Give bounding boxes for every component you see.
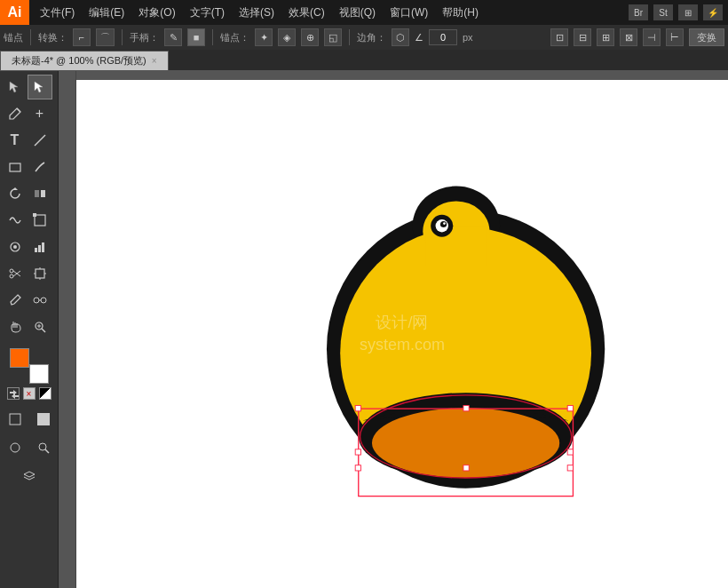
graph-tool[interactable]: [28, 234, 52, 259]
artboard-tool[interactable]: [28, 261, 52, 286]
anchor-btn1[interactable]: ✦: [255, 28, 273, 46]
menu-effect[interactable]: 效果(C): [281, 0, 332, 25]
corner-label: 边角：: [357, 31, 386, 44]
dist-b[interactable]: ⊢: [666, 28, 684, 46]
sep1: [30, 29, 31, 45]
tool-row-9: [3, 288, 56, 313]
sep4: [349, 29, 350, 45]
layer-btn[interactable]: [17, 464, 42, 489]
menu-help[interactable]: 帮助(H): [435, 0, 486, 25]
power-btn[interactable]: ⚡: [703, 4, 723, 20]
menu-view[interactable]: 视图(Q): [332, 0, 383, 25]
selection-tool[interactable]: [28, 75, 52, 99]
free-transform-tool[interactable]: [28, 208, 52, 233]
add-anchor-tool[interactable]: +: [28, 101, 52, 126]
tool-row-1: [3, 75, 56, 99]
warp-tool[interactable]: [3, 208, 28, 233]
svg-rect-29: [10, 414, 20, 425]
dist-v[interactable]: ⊣: [643, 28, 661, 46]
tool-row-5: [3, 181, 56, 206]
menu-text[interactable]: 文字(T): [183, 0, 232, 25]
dist-h[interactable]: ⊠: [620, 28, 637, 46]
active-tab[interactable]: 未标题-4* @ 100% (RGB/预览) ×: [0, 51, 169, 70]
tab-bar: 未标题-4* @ 100% (RGB/预览) ×: [0, 50, 728, 71]
svg-point-9: [13, 245, 17, 249]
menu-object[interactable]: 对象(O): [131, 0, 182, 25]
type-tool[interactable]: T: [3, 128, 28, 153]
rotate-tool[interactable]: [3, 181, 28, 206]
pen-tool[interactable]: [3, 101, 28, 126]
eyedropper-tool[interactable]: [3, 288, 28, 313]
symbol-tool[interactable]: [3, 234, 28, 259]
menu-select[interactable]: 选择(S): [232, 0, 281, 25]
svg-point-13: [10, 269, 13, 273]
svg-rect-50: [463, 465, 469, 471]
canvas-area[interactable]: 设计/网 system.com: [59, 71, 728, 588]
screen-mode-full[interactable]: [31, 407, 56, 432]
sep3: [212, 29, 213, 45]
svg-rect-7: [33, 213, 36, 217]
zoom-tool[interactable]: [28, 314, 52, 339]
foreground-color[interactable]: [10, 348, 29, 368]
svg-line-1: [35, 135, 45, 146]
svg-rect-2: [10, 163, 20, 171]
svg-marker-3: [12, 187, 18, 190]
handle-label: 手柄：: [130, 31, 159, 44]
view-mode-btns2: [3, 435, 56, 460]
svg-line-26: [42, 329, 45, 332]
pencil-tool[interactable]: [28, 155, 52, 179]
smooth-btn[interactable]: ⌒: [96, 28, 115, 46]
view-mode-btns: [3, 407, 56, 432]
handle-btn1[interactable]: ✎: [164, 28, 182, 46]
right-icons: Br St ⊞ ⚡: [629, 4, 728, 20]
angle-icon: ∠: [415, 32, 423, 44]
tool-row-8: [3, 261, 56, 286]
handle-btn2[interactable]: ■: [187, 28, 205, 46]
black-white-reset[interactable]: [39, 387, 51, 400]
transform-label: 转换：: [38, 31, 67, 44]
rectangle-tool[interactable]: [3, 155, 28, 179]
tab-close-btn[interactable]: ×: [152, 56, 157, 66]
screen-mode-normal[interactable]: [3, 407, 28, 432]
ai-logo: Ai: [0, 0, 29, 25]
scissors-tool[interactable]: [3, 261, 28, 286]
svg-rect-11: [38, 245, 41, 252]
hand-tool[interactable]: [3, 314, 28, 339]
menu-edit[interactable]: 编辑(E): [82, 0, 131, 25]
menu-window[interactable]: 窗口(W): [383, 0, 435, 25]
line-tool[interactable]: [28, 128, 52, 153]
align-left[interactable]: ⊡: [550, 28, 568, 46]
change-screen[interactable]: [3, 435, 28, 460]
svg-point-31: [11, 443, 20, 452]
stock-btn[interactable]: St: [653, 4, 673, 20]
background-color[interactable]: [29, 364, 49, 384]
bridge-btn[interactable]: Br: [629, 4, 648, 20]
svg-point-32: [39, 443, 46, 450]
reflect-tool[interactable]: [28, 181, 52, 206]
anchor-btn3[interactable]: ⊕: [301, 28, 319, 46]
grid-btn[interactable]: ⊞: [678, 4, 698, 20]
blend-tool[interactable]: [28, 288, 52, 313]
anchor-btn4[interactable]: ◱: [324, 28, 342, 46]
svg-rect-12: [42, 242, 44, 252]
no-fill[interactable]: ×: [23, 387, 36, 400]
corner-shape-btn[interactable]: ⬡: [392, 28, 409, 46]
direct-select-tool[interactable]: [3, 75, 28, 99]
zoom-out-btn[interactable]: [31, 435, 56, 460]
anchor-btn2[interactable]: ◈: [278, 28, 296, 46]
align-center[interactable]: ⊟: [574, 28, 591, 46]
svg-rect-51: [567, 465, 573, 471]
corner-btn[interactable]: ⌐: [73, 28, 91, 46]
menu-file[interactable]: 文件(F): [33, 0, 82, 25]
tool-row-4: [3, 155, 56, 179]
tool-row-6: [3, 208, 56, 233]
artwork-canvas: [76, 80, 728, 588]
transform-button[interactable]: 变换: [689, 28, 724, 46]
svg-rect-17: [36, 269, 44, 278]
corner-value-input[interactable]: [429, 29, 457, 45]
align-right[interactable]: ⊞: [597, 28, 614, 46]
px-label: px: [463, 32, 473, 43]
swap-colors[interactable]: [7, 387, 20, 400]
toolbar: 锚点 转换： ⌐ ⌒ 手柄： ✎ ■ 锚点： ✦ ◈ ⊕ ◱ 边角： ⬡ ∠ p…: [0, 25, 728, 50]
svg-point-23: [41, 298, 46, 303]
